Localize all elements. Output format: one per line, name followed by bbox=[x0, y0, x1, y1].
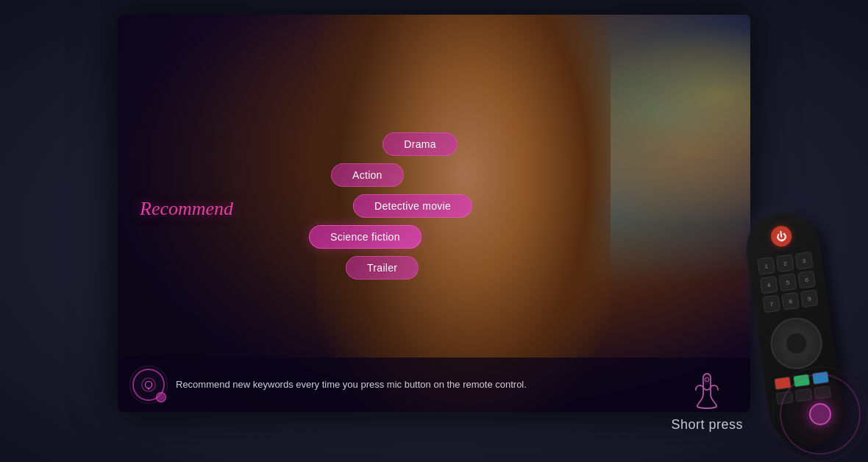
remote-power-button[interactable]: ⏻ bbox=[769, 224, 793, 248]
mic-button[interactable] bbox=[132, 369, 165, 401]
remote-btn-6[interactable]: 6 bbox=[797, 271, 816, 289]
remote-btn-9[interactable]: 9 bbox=[800, 289, 819, 308]
svg-point-4 bbox=[705, 377, 709, 382]
remote-btn-3[interactable]: 3 bbox=[795, 252, 814, 270]
short-press-section: Short press bbox=[671, 371, 743, 433]
mic-ring bbox=[129, 366, 168, 404]
remote-btn-5[interactable]: 5 bbox=[779, 273, 797, 291]
pill-drama[interactable]: Drama bbox=[383, 132, 458, 156]
magic-ring bbox=[772, 366, 868, 462]
hand-icon bbox=[689, 371, 725, 411]
bottom-bar: Recommend new keywords every time you pr… bbox=[118, 358, 750, 412]
pill-detective[interactable]: Detective movie bbox=[353, 194, 472, 218]
bottom-description: Recommend new keywords every time you pr… bbox=[176, 378, 527, 391]
remote-btn-7[interactable]: 7 bbox=[762, 295, 780, 313]
recommend-title: Recommend bbox=[140, 198, 233, 220]
tv-screen: Recommend Drama Action Detective movie S… bbox=[118, 15, 750, 412]
pill-action[interactable]: Action bbox=[331, 163, 404, 187]
short-press-label: Short press bbox=[671, 417, 743, 433]
pills-container: Drama Action Detective movie Science fic… bbox=[309, 132, 472, 280]
remote-buttons-grid: 1 2 3 4 5 6 7 8 9 bbox=[757, 252, 819, 313]
remote-btn-4[interactable]: 4 bbox=[760, 276, 778, 294]
remote-nav-center[interactable] bbox=[784, 331, 809, 356]
magic-ring-center[interactable] bbox=[809, 403, 831, 425]
remote-nav-pad[interactable] bbox=[767, 314, 825, 372]
pill-trailer[interactable]: Trailer bbox=[346, 256, 419, 280]
pill-scifi[interactable]: Science fiction bbox=[309, 225, 421, 249]
remote-btn-1[interactable]: 1 bbox=[757, 257, 775, 275]
remote-btn-8[interactable]: 8 bbox=[781, 292, 800, 310]
remote-btn-2[interactable]: 2 bbox=[776, 254, 794, 272]
